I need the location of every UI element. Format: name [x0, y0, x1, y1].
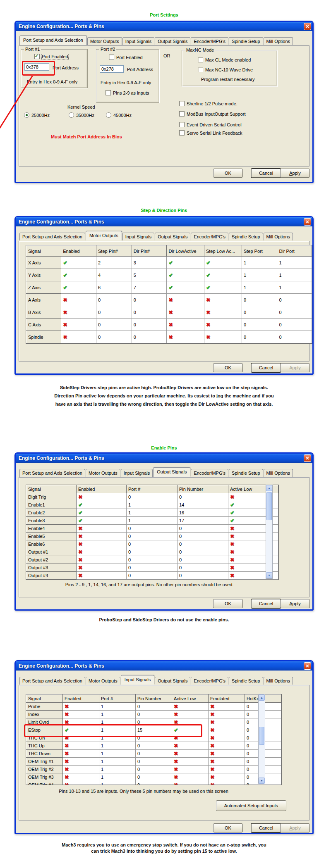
- tab-output-signals[interactable]: Output Signals: [155, 677, 190, 685]
- value-cell[interactable]: 0: [127, 572, 177, 580]
- value-cell[interactable]: 0: [177, 525, 228, 533]
- tab-motor-outputs[interactable]: Motor Outputs: [86, 231, 122, 240]
- bool-cell[interactable]: ✖: [172, 703, 209, 711]
- signal-cell[interactable]: Probe: [26, 703, 63, 711]
- column-header-step-port[interactable]: Step Port: [242, 246, 277, 257]
- value-cell[interactable]: 14: [177, 501, 228, 509]
- value-cell[interactable]: 7: [132, 281, 167, 294]
- value-cell[interactable]: 0: [177, 548, 228, 556]
- tab-input-signals[interactable]: Input Signals: [121, 675, 155, 685]
- port2-address-input[interactable]: [100, 65, 124, 73]
- value-cell[interactable]: 1: [99, 711, 136, 718]
- bool-cell[interactable]: ✖: [63, 758, 99, 766]
- value-cell[interactable]: 0: [96, 319, 132, 331]
- value-cell[interactable]: 0: [177, 533, 228, 540]
- value-cell[interactable]: 0: [127, 525, 177, 533]
- value-cell[interactable]: 0: [177, 572, 228, 580]
- signal-cell[interactable]: Enable5: [26, 533, 77, 540]
- signal-cell[interactable]: C Axis: [26, 319, 61, 331]
- bool-cell[interactable]: ✖: [63, 750, 99, 758]
- value-cell[interactable]: 6: [96, 281, 132, 294]
- cancel-button[interactable]: Cancel: [251, 599, 281, 608]
- bool-cell[interactable]: ✖: [77, 540, 127, 548]
- value-cell[interactable]: 1: [99, 750, 136, 758]
- value-cell[interactable]: 17: [177, 517, 228, 525]
- signal-cell[interactable]: THC Up: [26, 742, 63, 750]
- value-cell[interactable]: 0: [127, 548, 177, 556]
- bool-cell[interactable]: ✖: [209, 773, 245, 781]
- cancel-button[interactable]: Cancel: [251, 363, 281, 372]
- column-header-active-low[interactable]: Active Low: [172, 695, 209, 703]
- value-cell[interactable]: 1: [242, 269, 277, 281]
- bool-cell[interactable]: ✖: [77, 572, 127, 580]
- signal-cell[interactable]: Output #2: [26, 556, 77, 564]
- bool-cell[interactable]: ✖: [61, 306, 96, 319]
- signal-cell[interactable]: Z Axis: [26, 281, 61, 294]
- tab-mill-options[interactable]: Mill Options: [264, 469, 293, 477]
- tab-input-signals[interactable]: Input Signals: [121, 469, 153, 477]
- tab-spindle-setup[interactable]: Spindle Setup: [229, 677, 263, 685]
- scroll-up-icon[interactable]: ▲: [259, 694, 265, 701]
- value-cell[interactable]: 0: [177, 556, 228, 564]
- tab-input-signals[interactable]: Input Signals: [122, 37, 155, 45]
- value-cell[interactable]: 1: [99, 703, 136, 711]
- column-header-signal[interactable]: Signal: [26, 485, 77, 493]
- value-cell[interactable]: 0: [136, 766, 172, 773]
- value-cell[interactable]: 1: [99, 781, 136, 785]
- value-cell[interactable]: 0: [132, 319, 167, 331]
- tab-motor-outputs[interactable]: Motor Outputs: [87, 37, 122, 45]
- cancel-button[interactable]: Cancel: [251, 169, 281, 178]
- ok-button[interactable]: OK: [213, 169, 243, 178]
- value-cell[interactable]: 0: [136, 742, 172, 750]
- value-cell[interactable]: 1: [127, 501, 177, 509]
- bool-cell[interactable]: ✖: [61, 319, 96, 331]
- tab-encoder-mpg-s[interactable]: Encoder/MPG's: [191, 677, 228, 685]
- signal-cell[interactable]: OEM Trig #4: [26, 781, 63, 785]
- signal-cell[interactable]: Enable6: [26, 540, 77, 548]
- bool-cell[interactable]: ✖: [209, 758, 245, 766]
- bool-cell[interactable]: ✖: [77, 548, 127, 556]
- tab-encoder-mpg-s[interactable]: Encoder/MPG's: [191, 233, 228, 240]
- table-scrollbar[interactable]: ▲ ▼: [258, 694, 265, 784]
- bool-cell[interactable]: ✔: [204, 257, 242, 269]
- bool-cell[interactable]: ✖: [172, 758, 209, 766]
- bool-cell[interactable]: ✖: [209, 726, 245, 734]
- bool-cell[interactable]: ✖: [204, 294, 242, 306]
- bool-cell[interactable]: ✖: [204, 319, 242, 331]
- cancel-button[interactable]: Cancel: [251, 823, 281, 832]
- value-cell[interactable]: 1: [242, 281, 277, 294]
- bool-cell[interactable]: ✖: [77, 525, 127, 533]
- scroll-down-icon[interactable]: ▼: [266, 572, 272, 578]
- bool-cell[interactable]: ✖: [63, 766, 99, 773]
- value-cell[interactable]: 1: [99, 773, 136, 781]
- port2-enabled-checkbox[interactable]: Port Enabled: [109, 55, 143, 60]
- bool-cell[interactable]: ✖: [77, 533, 127, 540]
- value-cell[interactable]: 4: [96, 269, 132, 281]
- port2-pins-as-inputs-checkbox[interactable]: Pins 2-9 as inputs: [106, 90, 149, 95]
- signal-cell[interactable]: Index: [26, 711, 63, 718]
- value-cell[interactable]: 1: [277, 269, 312, 281]
- scroll-down-icon[interactable]: ▼: [259, 778, 265, 784]
- bool-cell[interactable]: ✖: [204, 331, 242, 343]
- bool-cell[interactable]: ✖: [61, 331, 96, 343]
- bool-cell[interactable]: ✖: [172, 750, 209, 758]
- window-titlebar[interactable]: Engine Configuration... Ports & Pins ✕: [16, 661, 312, 671]
- value-cell[interactable]: 1: [99, 742, 136, 750]
- tab-port-setup-and-axis-selection[interactable]: Port Setup and Axis Selection: [19, 36, 87, 45]
- value-cell[interactable]: 0: [242, 294, 277, 306]
- bool-cell[interactable]: ✔: [77, 517, 127, 525]
- bool-cell[interactable]: ✔: [61, 269, 96, 281]
- value-cell[interactable]: 1: [127, 517, 177, 525]
- value-cell[interactable]: 0: [277, 294, 312, 306]
- bool-cell[interactable]: ✔: [167, 281, 204, 294]
- signal-cell[interactable]: Enable1: [26, 501, 77, 509]
- bool-cell[interactable]: ✔: [167, 269, 204, 281]
- signal-cell[interactable]: Enable2: [26, 509, 77, 517]
- tab-encoder-mpg-s[interactable]: Encoder/MPG's: [191, 37, 228, 45]
- tab-mill-options[interactable]: Mill Options: [264, 37, 293, 45]
- value-cell[interactable]: 0: [242, 306, 277, 319]
- value-cell[interactable]: 0: [177, 493, 228, 501]
- value-cell[interactable]: 0: [127, 533, 177, 540]
- value-cell[interactable]: 0: [127, 564, 177, 572]
- ok-button[interactable]: OK: [213, 599, 243, 608]
